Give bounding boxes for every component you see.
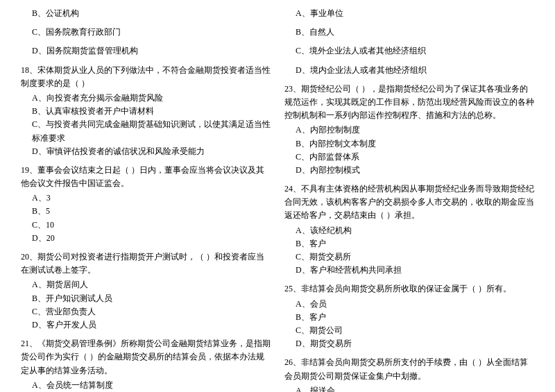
left-item-2: C、国务院教育行政部门 — [21, 26, 271, 39]
option-b-notary: B、公证机构 — [32, 7, 271, 20]
q18-a: A、向投资者充分揭示金融期货风险 — [32, 92, 271, 105]
q20-text: 20、期货公司对投资者进行指期货开户测试时，（ ）和投资者应当在测试试卷上签字。 — [21, 250, 271, 277]
question-19: 19、董事会会议结束之日起（ ）日内，董事会应当将会议决议及其他会议文件报告中国… — [21, 164, 271, 245]
q21-text: 21、《期货交易管理条例》所称期货公司金融期货结算业务，是指期货公司作为实行（ … — [21, 337, 271, 377]
left-item-1: B、公证机构 — [21, 7, 271, 20]
q24-d: D、客户和经营机构共同承担 — [296, 264, 534, 277]
q25-c: C、期货公司 — [296, 324, 534, 337]
q19-a: A、3 — [32, 191, 271, 205]
q23-c: C、内部监督体系 — [296, 151, 534, 164]
q26-a: A、报送会 — [296, 384, 534, 392]
question-24: 24、不具有主体资格的经营机构因从事期货经纪业务而导致期货经纪合同无效，该机构客… — [284, 182, 534, 277]
q24-b: B、客户 — [296, 237, 534, 250]
q18-d: D、审慎评估投资者的诚信状况和风险承受能力 — [32, 145, 271, 158]
left-item-3: D、国务院期货监督管理机构 — [21, 44, 271, 58]
q18-text: 18、宋体期货从业人员的下列做法中，不符合金融期货投资者适当性制度要求的是（ ） — [21, 64, 271, 90]
option-d-domestic: D、境内企业法人或者其他经济组织 — [296, 64, 534, 77]
right-item-4: D、境内企业法人或者其他经济组织 — [284, 64, 534, 77]
q19-d: D、20 — [32, 232, 271, 245]
option-a-public: A、事业单位 — [296, 7, 534, 20]
right-item-1: A、事业单位 — [284, 7, 534, 20]
question-26: 26、非结算会员向期货交易所所支付的手续费，由（ ）从全面结算会员期货公司期货保… — [284, 356, 534, 392]
right-item-2: B、自然人 — [284, 26, 534, 39]
q21-a: A、会员统一结算制度 — [32, 379, 271, 392]
right-column: A、事业单位 B、自然人 C、境外企业法人或者其他经济组织 D、境内企业法人或者… — [284, 7, 534, 392]
option-c-education: C、国务院教育行政部门 — [32, 26, 271, 39]
q20-c: C、营业部负责人 — [32, 305, 271, 318]
question-21: 21、《期货交易管理条例》所称期货公司金融期货结算业务，是指期货公司作为实行（ … — [21, 337, 271, 392]
option-b-natural: B、自然人 — [296, 26, 534, 39]
q20-d: D、客户开发人员 — [32, 318, 271, 332]
q18-c: C、与投资者共同完成金融期货基础知识测试，以使其满足适当性标准要求 — [32, 118, 271, 144]
q24-c: C、期货交易所 — [296, 250, 534, 264]
left-column: B、公证机构 C、国务院教育行政部门 D、国务院期货监督管理机构 18、宋体期货… — [21, 7, 271, 392]
question-23: 23、期货经纪公司（ ），是指期货经纪公司为了保证其各项业务的规范运作，实现其既… — [284, 83, 534, 177]
q24-a: A、该经纪机构 — [296, 224, 534, 237]
page-container: B、公证机构 C、国务院教育行政部门 D、国务院期货监督管理机构 18、宋体期货… — [0, 0, 555, 392]
question-18: 18、宋体期货从业人员的下列做法中，不符合金融期货投资者适当性制度要求的是（ ）… — [21, 64, 271, 158]
question-20: 20、期货公司对投资者进行指期货开户测试时，（ ）和投资者应当在测试试卷上签字。… — [21, 250, 271, 332]
q25-text: 25、非结算会员向期货交易所所收取的保证金属于（ ）所有。 — [284, 282, 534, 296]
right-item-3: C、境外企业法人或者其他经济组织 — [284, 44, 534, 58]
q19-b: B、5 — [32, 205, 271, 218]
q20-b: B、开户知识测试人员 — [32, 292, 271, 305]
q20-a: A、期货居间人 — [32, 278, 271, 291]
q25-d: D、期货交易所 — [296, 337, 534, 350]
q24-text: 24、不具有主体资格的经营机构因从事期货经纪业务而导致期货经纪合同无效，该机构客… — [284, 182, 534, 223]
q19-text: 19、董事会会议结束之日起（ ）日内，董事会应当将会议决议及其他会议文件报告中国… — [21, 164, 271, 190]
q23-d: D、内部控制模式 — [296, 164, 534, 177]
two-column-layout: B、公证机构 C、国务院教育行政部门 D、国务院期货监督管理机构 18、宋体期货… — [21, 7, 534, 392]
q23-text: 23、期货经纪公司（ ），是指期货经纪公司为了保证其各项业务的规范运作，实现其既… — [284, 83, 534, 123]
q23-a: A、内部控制制度 — [296, 123, 534, 137]
q25-b: B、客户 — [296, 311, 534, 324]
q25-a: A、会员 — [296, 298, 534, 311]
q26-text: 26、非结算会员向期货交易所所支付的手续费，由（ ）从全面结算会员期货公司期货保… — [284, 356, 534, 382]
q23-b: B、内部控制文本制度 — [296, 137, 534, 151]
option-d-supervision: D、国务院期货监督管理机构 — [32, 44, 271, 58]
q19-c: C、10 — [32, 219, 271, 232]
q18-b: B、认真审核投资者开户中请材料 — [32, 105, 271, 118]
question-25: 25、非结算会员向期货交易所所收取的保证金属于（ ）所有。 A、会员 B、客户 … — [284, 282, 534, 350]
option-c-foreign: C、境外企业法人或者其他经济组织 — [296, 44, 534, 58]
